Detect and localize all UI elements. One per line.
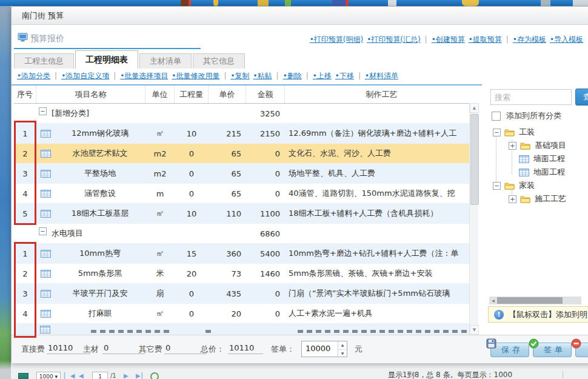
tree-item-施工工艺[interactable]: +施工工艺 — [486, 192, 588, 206]
toolbar-action-link[interactable]: •复制 — [230, 72, 249, 80]
table-row[interactable]: 518细木工板基层㎡10110110018细木工板+辅料+人工费（含机具损耗） — [14, 204, 478, 224]
cell-name: 涵管敷设 — [55, 188, 145, 199]
link-separator: | — [113, 72, 116, 80]
add-to-all-checkbox[interactable]: 添加到所有分类 — [492, 110, 561, 121]
next-page-icon[interactable]: ▶ — [124, 372, 130, 379]
group-area: −水电项目 — [36, 228, 246, 239]
header-action-link[interactable]: •打印预算(汇总) — [367, 35, 420, 44]
toolbar-action-link[interactable]: •批量修改用量 — [172, 72, 219, 80]
collapse-icon[interactable]: − — [39, 107, 47, 115]
table-row-clipped[interactable] — [14, 324, 478, 335]
tree-item-基础项目[interactable]: +基础项目 — [486, 139, 588, 152]
table-row[interactable]: 4打麻眼㎡0200人工+素水泥一遍+机具 — [14, 304, 478, 324]
checkbox-icon[interactable] — [492, 112, 501, 121]
column-header: 序号 — [14, 86, 36, 103]
page-number-input[interactable]: 1 — [92, 372, 108, 379]
title-underline — [14, 48, 201, 49]
scrollbar-thumb[interactable] — [470, 114, 479, 205]
grid-table-icon[interactable] — [36, 188, 55, 200]
hint-bar: ! 【鼠标双击】添加到明 — [488, 306, 588, 323]
vertical-scrollbar[interactable]: ▲ ▼ — [469, 103, 478, 335]
grid-table-icon[interactable] — [36, 248, 55, 260]
collapse-icon[interactable]: − — [493, 129, 501, 136]
scroll-down-icon[interactable]: ▼ — [470, 325, 479, 335]
desktop-background-strip — [0, 0, 588, 6]
total-price-value: 10110 — [228, 343, 263, 354]
cell-name: 5mm条形黑 — [55, 268, 145, 279]
tree-item-工装[interactable]: −工装 — [486, 126, 588, 139]
tree-item-墙面工程[interactable]: 墙面工程 — [486, 152, 588, 166]
cell-craft: 40涵管、道路切割、150mm水泥道路恢复、挖 — [285, 188, 478, 199]
tree-item-家装[interactable]: −家装 — [486, 179, 588, 192]
cell-price: 20 — [209, 309, 246, 318]
tab-3[interactable]: 主材清单 — [139, 53, 192, 69]
toolbar-action-link[interactable]: •粘贴 — [253, 72, 272, 80]
table-row[interactable]: 112mm钢化玻璃㎡10215215012.69mm（备注）钢化玻璃+磨边+辅料… — [14, 124, 478, 144]
toolbar-action-link[interactable]: •下移 — [335, 72, 354, 80]
spinner-down-icon[interactable]: ▼ — [338, 350, 347, 358]
toolbar-action-link[interactable]: •删除 — [283, 72, 302, 80]
table-group-row[interactable]: −[新增分类]3250 — [14, 104, 478, 124]
table-row[interactable]: 3半玻平开门及安扇04350门扇（“景鸿”实木半玻贴板门+5mm钻石玻璃 — [14, 284, 478, 304]
cell-unit: ㎡ — [145, 308, 175, 319]
collapse-icon[interactable]: − — [493, 182, 501, 190]
table-group-row[interactable]: −水电项目6860 — [14, 224, 478, 244]
grid-table-icon[interactable] — [36, 288, 55, 300]
toolbar-action-link[interactable]: •添加自定义项 — [61, 72, 109, 80]
header-action-link[interactable]: •创建预算 — [432, 35, 465, 44]
table-row[interactable]: 3平整场地m20650场地平整、机具、人工费 — [14, 164, 478, 184]
horizontal-scrollbar[interactable]: ◀ — [489, 297, 581, 304]
cell-amount: 0 — [246, 169, 285, 178]
collapse-icon[interactable]: − — [39, 227, 47, 235]
first-page-icon[interactable]: ▏◀ — [64, 372, 76, 379]
scroll-left-icon[interactable]: ◀ — [489, 297, 497, 304]
tab-2[interactable]: 工程明细表 — [75, 50, 138, 69]
field-label: 直接费 — [21, 344, 45, 355]
scroll-up-icon[interactable]: ▲ — [470, 103, 479, 113]
cell-qty: 10 — [175, 129, 209, 138]
spinner-up-icon[interactable]: ▲ — [338, 341, 347, 350]
cell-price: 435 — [209, 289, 246, 298]
grid-table-icon[interactable] — [36, 268, 55, 280]
refresh-icon[interactable] — [150, 372, 159, 379]
search-button[interactable]: 查 — [575, 89, 588, 106]
tab-1[interactable]: 工程主信息 — [14, 53, 74, 69]
sign-amount-input[interactable] — [304, 343, 337, 354]
toolbar-action-link[interactable]: •添加分类 — [17, 72, 50, 80]
grid-table-icon[interactable] — [36, 168, 55, 179]
grid-table-icon[interactable] — [36, 148, 55, 159]
dialog-titlebar[interactable]: 南门街 预算 — [12, 7, 588, 25]
column-header: 单价 — [209, 86, 246, 103]
page-size-select[interactable]: 1000 ▾ — [36, 372, 61, 379]
scrollbar-thumb[interactable] — [497, 297, 563, 304]
toolbar-action-link[interactable]: •批量选择项目 — [120, 72, 168, 80]
header-action-link[interactable]: •存为模板 — [513, 35, 546, 44]
search-input[interactable] — [490, 89, 572, 105]
table-row[interactable]: 4涵管敷设m065040涵管、道路切割、150mm水泥道路恢复、挖 — [14, 184, 478, 204]
grid-table-icon[interactable] — [36, 324, 55, 335]
tree-item-地面工程[interactable]: 地面工程 — [486, 166, 588, 179]
expand-icon[interactable]: + — [509, 142, 516, 150]
header-action-link[interactable]: •导入模板 — [550, 35, 583, 44]
cell-seq: 2 — [14, 269, 36, 278]
tab-4[interactable]: 其它信息 — [193, 53, 245, 69]
desktop-background-strip — [0, 6, 11, 379]
grid-table-icon[interactable] — [36, 308, 55, 320]
link-separator: | — [506, 35, 509, 44]
cell-amount: 0 — [246, 189, 285, 198]
table-row[interactable]: 110mm热弯㎡15360540010mm热弯+磨边+钻孔+辅料+人工费（注：单 — [14, 244, 478, 264]
toolbar-action-link[interactable]: •材料清单 — [365, 72, 398, 80]
grid-table-icon[interactable] — [36, 128, 55, 139]
expand-icon[interactable]: + — [509, 195, 516, 203]
header-action-link[interactable]: •打印预算(明细) — [310, 35, 363, 44]
prev-page-icon[interactable]: ◀ — [79, 372, 85, 379]
cell-unit: 米 — [145, 268, 175, 279]
table-row[interactable]: 2水池壁艺术贴文m20650文化石、水泥、河沙、人工费 — [14, 144, 478, 164]
toolbar-action-link[interactable]: •上移 — [313, 72, 332, 80]
table-row[interactable]: 25mm条形黑米207314605mm条形黑镜、茶镜、灰镜+磨边+安装 — [14, 264, 478, 284]
folder-icon — [504, 129, 515, 136]
header-action-link[interactable]: •提取预算 — [469, 35, 502, 44]
last-page-icon[interactable]: ▶▏ — [136, 372, 147, 379]
page-header: 预算报价 •打印预算(明细)•打印预算(汇总)|•创建预算•提取预算|•存为模板… — [12, 31, 588, 47]
grid-table-icon[interactable] — [36, 208, 55, 220]
